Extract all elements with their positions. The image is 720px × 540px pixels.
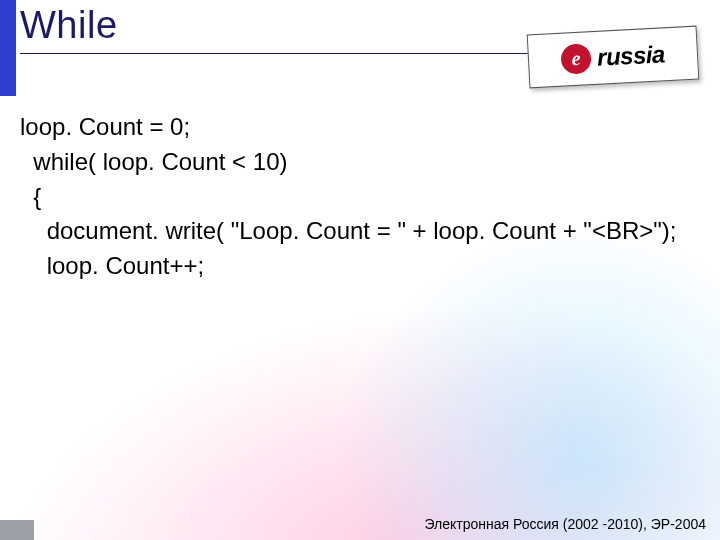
logo-glyph: e xyxy=(571,47,581,70)
code-line: loop. Count++; xyxy=(20,252,204,279)
slide: While e russia loop. Count = 0; while( l… xyxy=(0,0,720,540)
code-line: while( loop. Count < 10) xyxy=(20,148,288,175)
accent-bar-top xyxy=(0,0,16,96)
code-line: { xyxy=(20,183,41,210)
accent-bar-bottom xyxy=(0,520,34,540)
logo-text: russia xyxy=(596,40,665,72)
logo-badge-icon: e xyxy=(560,43,592,75)
code-block: loop. Count = 0; while( loop. Count < 10… xyxy=(20,110,696,284)
code-line: loop. Count = 0; xyxy=(20,113,190,140)
code-line: document. write( "Loop. Count = " + loop… xyxy=(20,217,676,244)
slide-title: While xyxy=(20,4,540,47)
title-container: While xyxy=(20,4,540,54)
logo-card: e russia xyxy=(527,26,700,89)
footer-text: Электронная Россия (2002 -2010), ЭР-2004 xyxy=(425,516,707,532)
